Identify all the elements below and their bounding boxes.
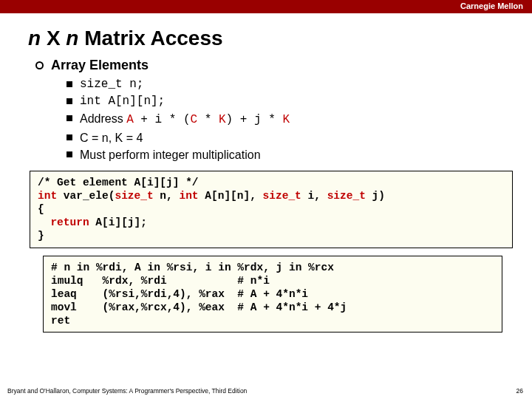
slide-title: n X n Matrix Access [0, 13, 532, 58]
list-item: int A[n][n]; [66, 93, 502, 110]
txt: i, [301, 190, 327, 202]
square-bullet-icon [66, 81, 72, 87]
title-n2: n [66, 27, 78, 50]
title-rest: Matrix Access [78, 27, 222, 50]
c-code-box: /* Get element A[i][j] */ int var_ele(si… [30, 171, 513, 248]
list-item: Must perform integer multiplication [66, 146, 502, 163]
footer: Bryant and O'Hallaron, Computer Systems:… [7, 387, 523, 395]
txt: A[i][j]; [89, 216, 147, 228]
addr-A: A [126, 113, 134, 126]
kw: size_t [115, 190, 153, 202]
txt: A[n][n], [199, 190, 263, 202]
title-x: X [41, 27, 66, 50]
list-item: size_t n; [66, 76, 502, 93]
txt: j) [366, 190, 385, 202]
addr-C: C [191, 113, 198, 126]
kw: int [179, 190, 198, 202]
code-line: /* Get element A[i][j] */ [38, 177, 199, 188]
brand-text: Carnegie Mellon [460, 1, 523, 10]
code-line: } [38, 230, 44, 242]
txt: n, [154, 190, 180, 202]
indent [38, 216, 50, 228]
page-number: 26 [516, 387, 523, 395]
asm-code-box: # n in %rdi, A in %rsi, i in %rdx, j in … [43, 256, 502, 333]
content-area: Array Elements size_t n; int A[n][n]; Ad… [0, 58, 532, 163]
addr-K2: K [282, 113, 290, 126]
code-line: # n in %rdi, A in %rsi, i in %rdx, j in … [51, 262, 334, 273]
kw: size_t [263, 190, 301, 202]
addr-m2: * [197, 113, 219, 126]
bullet-text: C = n, K = 4 [80, 129, 143, 146]
code-line: int var_ele(size_t n, int A[n][n], size_… [38, 190, 385, 202]
section-heading: Array Elements [51, 58, 149, 73]
addr-pre: Address [80, 112, 126, 125]
square-bullet-icon [66, 115, 72, 121]
code-line: ret [51, 315, 70, 327]
list-item: C = n, K = 4 [66, 129, 502, 146]
code-line: imulq %rdx, %rdi # n*i [51, 275, 270, 287]
square-bullet-icon [66, 151, 72, 157]
code-line: return A[i][j]; [38, 216, 147, 228]
kw: int [38, 190, 57, 202]
addr-m3: ) + j * [226, 113, 283, 126]
kw: return [50, 216, 89, 228]
square-bullet-icon [66, 134, 72, 140]
code-line: { [38, 203, 44, 215]
section-heading-row: Array Elements [35, 58, 502, 73]
code-line: leaq (%rsi,%rdi,4), %rax # A + 4*n*i [51, 288, 308, 300]
bullet-text: Must perform integer multiplication [80, 146, 261, 163]
txt: var_ele( [57, 190, 115, 202]
bullet-text: int A[n][n]; [80, 93, 165, 110]
circle-bullet-icon [35, 61, 44, 69]
addr-m1: + i * ( [134, 113, 191, 126]
addr-K1: K [219, 113, 226, 126]
bullet-text: size_t n; [80, 76, 143, 93]
bullet-text: Address A + i * (C * K) + j * K [80, 110, 290, 129]
footer-citation: Bryant and O'Hallaron, Computer Systems:… [7, 387, 247, 395]
list-item: Address A + i * (C * K) + j * K [66, 110, 502, 129]
code-line: movl (%rax,%rcx,4), %eax # A + 4*n*i + 4… [51, 301, 347, 313]
square-bullet-icon [66, 98, 72, 104]
kw: size_t [327, 190, 366, 202]
header-bar: Carnegie Mellon [0, 0, 532, 13]
addr-expr: A + i * (C * K) + j * K [126, 113, 290, 126]
bullet-list: size_t n; int A[n][n]; Address A + i * (… [35, 76, 502, 163]
title-n1: n [28, 27, 41, 50]
